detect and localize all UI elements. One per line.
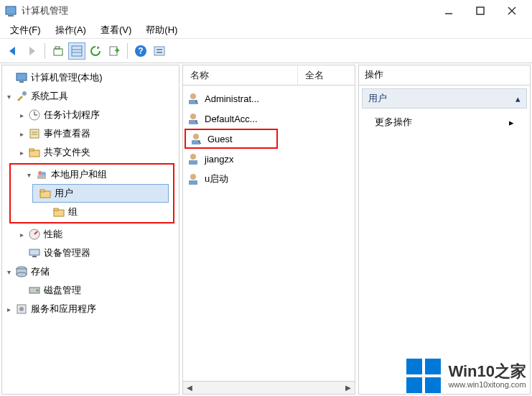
svg-rect-30 (37, 175, 46, 179)
minimize-button[interactable] (433, 1, 465, 21)
actions-section-users[interactable]: 用户 ▴ (362, 88, 527, 109)
user-icon (189, 132, 203, 146)
column-fullname[interactable]: 全名 (298, 66, 355, 85)
tree-label: 用户 (55, 187, 73, 200)
tree-device-manager[interactable]: 设备管理器 (4, 244, 177, 262)
tree-disk-management[interactable]: 磁盘管理 (4, 281, 177, 300)
app-icon (4, 4, 17, 17)
actions-section-label: 用户 (368, 92, 387, 105)
scroll-right-icon[interactable]: ► (342, 382, 355, 393)
menu-file[interactable]: 文件(F) (3, 22, 48, 38)
refresh-button[interactable] (87, 42, 104, 60)
tree-label: 设备管理器 (44, 247, 90, 259)
svg-rect-23 (30, 129, 39, 138)
close-button[interactable] (496, 1, 528, 21)
collapse-icon: ▴ (515, 93, 521, 104)
user-icon (186, 152, 200, 166)
back-button[interactable] (4, 42, 22, 60)
device-icon (28, 247, 41, 259)
tree-event-viewer[interactable]: ▸ 事件查看器 (4, 124, 177, 143)
actions-more-label: 更多操作 (375, 116, 412, 129)
tree-root[interactable]: 计算机管理(本地) (4, 68, 177, 87)
svg-point-42 (37, 290, 39, 292)
horizontal-scrollbar[interactable]: ◄ ► (183, 381, 355, 394)
svg-point-51 (190, 154, 196, 160)
tree-label: 事件查看器 (44, 127, 90, 140)
folder-icon (52, 206, 65, 218)
svg-rect-8 (72, 46, 82, 56)
svg-rect-17 (17, 73, 27, 80)
svg-text:?: ? (138, 46, 143, 56)
menu-view[interactable]: 查看(V) (93, 22, 139, 38)
chevron-right-icon: ▸ (17, 149, 27, 157)
tree-label: 计算机管理(本地) (31, 71, 103, 84)
titlebar: 计算机管理 (0, 0, 532, 22)
chevron-right-icon: ▸ (4, 305, 14, 313)
users-group-icon (35, 168, 48, 181)
toolbar-separator (45, 43, 45, 59)
toolbar: ? (0, 39, 532, 63)
tree-storage[interactable]: ▾ 存储 (4, 262, 177, 281)
user-icon (186, 172, 200, 186)
list-item-jiangzx[interactable]: jiangzx (183, 149, 355, 169)
menu-help[interactable]: 帮助(H) (139, 22, 185, 38)
tree-task-scheduler[interactable]: ▸ 任务计划程序 (4, 106, 177, 124)
tree-performance[interactable]: ▸ 性能 (4, 225, 177, 244)
list-item-defaultaccount[interactable]: DefaultAcc... (183, 109, 355, 129)
svg-rect-16 (157, 52, 162, 53)
shared-folder-icon (28, 146, 41, 159)
actions-header: 操作 (359, 65, 530, 86)
up-button[interactable] (50, 42, 67, 60)
folder-icon (39, 187, 52, 200)
forward-button[interactable] (23, 42, 40, 60)
svg-rect-27 (29, 149, 34, 151)
window-title: 计算机管理 (22, 4, 433, 17)
tree-system-tools[interactable]: ▾ 系统工具 (4, 87, 177, 106)
list-item-uqidong[interactable]: u启动 (183, 169, 355, 189)
list-item-administrator[interactable]: Administrat... (183, 88, 355, 109)
scroll-left-icon[interactable]: ◄ (183, 382, 196, 393)
svg-point-40 (17, 272, 27, 277)
column-name[interactable]: 名称 (183, 66, 298, 85)
svg-point-49 (193, 134, 199, 139)
svg-rect-6 (54, 49, 62, 55)
list-item-label: DefaultAcc... (205, 114, 258, 124)
user-icon (186, 91, 200, 106)
tree-label: 共享文件夹 (44, 146, 90, 159)
menu-action[interactable]: 操作(A) (48, 22, 93, 38)
view-list-button[interactable] (68, 42, 85, 60)
watermark-url: www.win10xitong.com (448, 380, 526, 389)
tree-users[interactable]: 用户 (32, 184, 169, 203)
chevron-down-icon: ▾ (4, 268, 14, 276)
maximize-button[interactable] (465, 1, 496, 21)
chevron-down-icon: ▾ (24, 171, 34, 179)
computer-icon (15, 71, 28, 84)
tree-groups[interactable]: 组 (11, 203, 173, 221)
svg-rect-54 (189, 180, 197, 185)
svg-rect-1 (8, 15, 14, 17)
help-button[interactable]: ? (132, 42, 149, 60)
tree-pane: 计算机管理(本地) ▾ 系统工具 ▸ 任务计划程序 ▸ (1, 65, 179, 395)
tree-label: 存储 (31, 265, 50, 278)
list-item-label: Guest (207, 134, 233, 144)
actions-more[interactable]: 更多操作 ▸ (359, 111, 530, 133)
svg-point-19 (22, 91, 27, 96)
svg-rect-52 (189, 160, 197, 165)
tree-label: 服务和应用程序 (31, 303, 96, 316)
list-pane: 名称 全名 Administrat... DefaultAcc... Guest… (182, 65, 355, 395)
windows-logo-icon (406, 359, 441, 393)
list-body: Administrat... DefaultAcc... Guest jiang… (183, 86, 355, 381)
tree: 计算机管理(本地) ▾ 系统工具 ▸ 任务计划程序 ▸ (2, 65, 179, 321)
tree-label: 磁盘管理 (44, 284, 81, 297)
tree-services-apps[interactable]: ▸ 服务和应用程序 (4, 300, 177, 318)
tree-label: 组 (68, 206, 78, 218)
properties-button[interactable] (151, 42, 168, 60)
tree-shared-folders[interactable]: ▸ 共享文件夹 (4, 143, 177, 162)
tree-label: 任务计划程序 (44, 109, 100, 121)
tree-local-users[interactable]: ▾ 本地用户和组 (11, 165, 173, 184)
list-header: 名称 全名 (183, 65, 355, 86)
list-item-guest[interactable]: Guest (185, 129, 278, 149)
svg-rect-48 (189, 120, 197, 124)
export-button[interactable] (106, 42, 123, 60)
svg-point-47 (190, 114, 196, 119)
